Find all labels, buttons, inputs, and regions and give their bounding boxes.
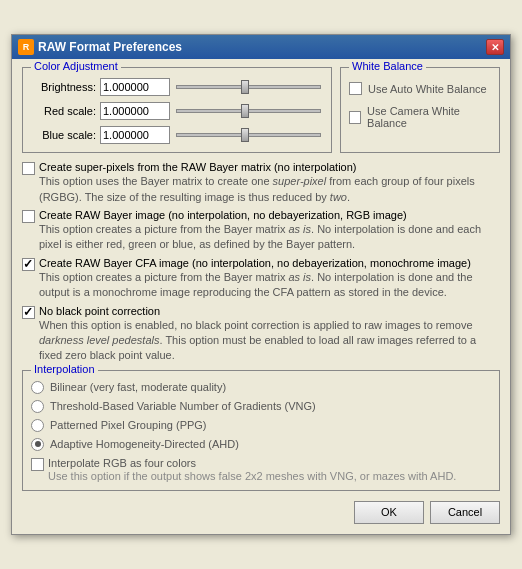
vng-label: Threshold-Based Variable Number of Gradi… [50, 400, 316, 412]
no-black-point-text: No black point correction When this opti… [39, 305, 500, 364]
super-pixel-option: Create super-pixels from the RAW Bayer m… [22, 161, 500, 205]
brightness-row: Brightness: [31, 78, 323, 96]
red-scale-row: Red scale: [31, 102, 323, 120]
raw-bayer-rgb-option: Create RAW Bayer image (no interpolation… [22, 209, 500, 253]
raw-bayer-rgb-desc: This option creates a picture from the B… [39, 222, 500, 253]
super-pixel-text: Create super-pixels from the RAW Bayer m… [39, 161, 500, 205]
no-black-point-checkbox[interactable] [22, 306, 35, 319]
raw-bayer-rgb-checkbox[interactable] [22, 210, 35, 223]
bilinear-label: Bilinear (very fast, moderate quality) [50, 381, 226, 393]
interpolate-rgb-checkbox[interactable] [31, 458, 44, 471]
raw-bayer-rgb-title: Create RAW Bayer image (no interpolation… [39, 209, 500, 221]
raw-bayer-cfa-checkbox[interactable] [22, 258, 35, 271]
vng-radio[interactable] [31, 400, 44, 413]
title-bar: R RAW Format Preferences ✕ [12, 35, 510, 59]
ahd-row: Adaptive Homogeneity-Directed (AHD) [31, 438, 491, 451]
raw-bayer-cfa-option: Create RAW Bayer CFA image (no interpola… [22, 257, 500, 301]
ppg-radio[interactable] [31, 419, 44, 432]
color-adjustment-title: Color Adjustment [31, 60, 121, 72]
auto-wb-row: Use Auto White Balance [349, 82, 491, 95]
ok-button[interactable]: OK [354, 501, 424, 524]
ahd-radio[interactable] [31, 438, 44, 451]
camera-wb-checkbox[interactable] [349, 111, 361, 124]
brightness-thumb[interactable] [241, 80, 249, 94]
super-pixel-desc: This option uses the Bayer matrix to cre… [39, 174, 500, 205]
dialog-content: Color Adjustment Brightness: Red scale: [12, 59, 510, 534]
dialog-title: RAW Format Preferences [38, 40, 182, 54]
ppg-row: Patterned Pixel Grouping (PPG) [31, 419, 491, 432]
interpolation-group: Interpolation Bilinear (very fast, moder… [22, 370, 500, 491]
raw-bayer-cfa-text: Create RAW Bayer CFA image (no interpola… [39, 257, 500, 301]
no-black-point-desc: When this option is enabled, no black po… [39, 318, 500, 364]
blue-scale-input[interactable] [100, 126, 170, 144]
red-scale-slider[interactable] [176, 109, 321, 113]
red-scale-input[interactable] [100, 102, 170, 120]
title-bar-left: R RAW Format Preferences [18, 39, 182, 55]
brightness-label: Brightness: [31, 81, 96, 93]
raw-bayer-cfa-title: Create RAW Bayer CFA image (no interpola… [39, 257, 500, 269]
color-adjustment-group: Color Adjustment Brightness: Red scale: [22, 67, 332, 153]
bilinear-radio[interactable] [31, 381, 44, 394]
bilinear-row: Bilinear (very fast, moderate quality) [31, 381, 491, 394]
ahd-label: Adaptive Homogeneity-Directed (AHD) [50, 438, 239, 450]
brightness-input[interactable] [100, 78, 170, 96]
raw-bayer-cfa-desc: This option creates a picture from the B… [39, 270, 500, 301]
red-scale-thumb[interactable] [241, 104, 249, 118]
dialog-icon: R [18, 39, 34, 55]
no-black-point-title: No black point correction [39, 305, 500, 317]
interpolate-rgb-text: Interpolate RGB as four colors Use this … [48, 457, 491, 482]
interpolation-title: Interpolation [31, 363, 98, 375]
white-balance-group: White Balance Use Auto White Balance Use… [340, 67, 500, 153]
raw-bayer-rgb-text: Create RAW Bayer image (no interpolation… [39, 209, 500, 253]
ppg-label: Patterned Pixel Grouping (PPG) [50, 419, 207, 431]
interpolate-rgb-title: Interpolate RGB as four colors [48, 457, 491, 469]
camera-wb-label: Use Camera White Balance [367, 105, 491, 129]
interpolate-rgb-row: Interpolate RGB as four colors Use this … [31, 457, 491, 482]
super-pixel-checkbox[interactable] [22, 162, 35, 175]
auto-wb-label: Use Auto White Balance [368, 83, 487, 95]
auto-wb-checkbox[interactable] [349, 82, 362, 95]
blue-scale-thumb[interactable] [241, 128, 249, 142]
top-row: Color Adjustment Brightness: Red scale: [22, 67, 500, 153]
super-pixel-title: Create super-pixels from the RAW Bayer m… [39, 161, 500, 173]
white-balance-title: White Balance [349, 60, 426, 72]
red-scale-label: Red scale: [31, 105, 96, 117]
cancel-button[interactable]: Cancel [430, 501, 500, 524]
interpolate-rgb-desc: Use this option if the output shows fals… [48, 470, 491, 482]
blue-scale-slider[interactable] [176, 133, 321, 137]
brightness-slider[interactable] [176, 85, 321, 89]
raw-format-preferences-dialog: R RAW Format Preferences ✕ Color Adjustm… [11, 34, 511, 535]
camera-wb-row: Use Camera White Balance [349, 105, 491, 129]
no-black-point-option: No black point correction When this opti… [22, 305, 500, 364]
blue-scale-row: Blue scale: [31, 126, 323, 144]
button-row: OK Cancel [22, 501, 500, 524]
close-button[interactable]: ✕ [486, 39, 504, 55]
vng-row: Threshold-Based Variable Number of Gradi… [31, 400, 491, 413]
blue-scale-label: Blue scale: [31, 129, 96, 141]
